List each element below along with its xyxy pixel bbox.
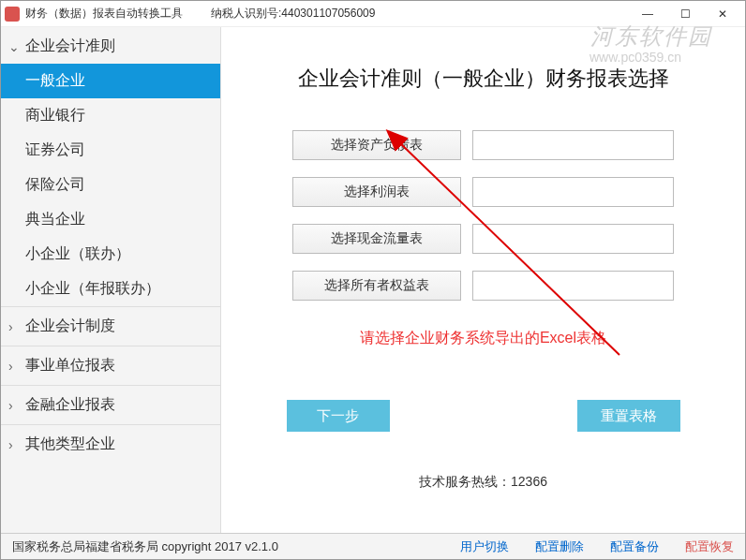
chevron-right-icon: › xyxy=(8,398,25,413)
hint-text: 请选择企业财务系统导出的Excel表格 xyxy=(249,329,717,348)
profit-file-input[interactable] xyxy=(472,177,674,207)
app-title: 财务（数据）报表自动转换工具 xyxy=(25,6,183,22)
sidebar-item-bank[interactable]: 商业银行 xyxy=(1,98,220,133)
sidebar-section-other[interactable]: › 其他类型企业 xyxy=(1,424,220,464)
form-row-cashflow: 选择现金流量表 xyxy=(249,224,717,254)
minimize-button[interactable]: — xyxy=(629,3,666,25)
titlebar: 财务（数据）报表自动转换工具 纳税人识别号:440301107056009 — … xyxy=(1,1,745,27)
page-title: 企业会计准则（一般企业）财务报表选择 xyxy=(249,65,717,93)
select-equity-button[interactable]: 选择所有者权益表 xyxy=(292,271,461,301)
chevron-right-icon: › xyxy=(8,437,25,452)
taxpayer-id: 纳税人识别号:440301107056009 xyxy=(211,6,375,22)
sidebar-section-system[interactable]: › 企业会计制度 xyxy=(1,306,220,346)
sidebar-item-small-annual[interactable]: 小企业（年报联办） xyxy=(1,272,220,306)
balance-file-input[interactable] xyxy=(472,130,674,160)
reset-button[interactable]: 重置表格 xyxy=(577,400,680,432)
sidebar-item-pawn[interactable]: 典当企业 xyxy=(1,202,220,237)
sidebar-section-rules[interactable]: ⌄ 企业会计准则 xyxy=(1,27,220,64)
select-cashflow-button[interactable]: 选择现金流量表 xyxy=(292,224,461,254)
link-user-switch[interactable]: 用户切换 xyxy=(460,538,509,555)
sidebar-section-institution[interactable]: › 事业单位报表 xyxy=(1,346,220,385)
section-label: 企业会计准则 xyxy=(25,37,115,56)
select-profit-button[interactable]: 选择利润表 xyxy=(292,177,461,207)
content-area: 企业会计准则（一般企业）财务报表选择 选择资产负债表 选择利润表 选择现金流量表… xyxy=(221,27,745,533)
sidebar-section-finance[interactable]: › 金融企业报表 xyxy=(1,385,220,424)
cashflow-file-input[interactable] xyxy=(472,224,674,254)
chevron-down-icon: ⌄ xyxy=(8,39,25,54)
close-button[interactable]: ✕ xyxy=(704,3,741,25)
copyright-text: 国家税务总局福建省税务局 copyright 2017 v2.1.0 xyxy=(12,538,278,555)
chevron-right-icon: › xyxy=(8,359,25,374)
select-balance-button[interactable]: 选择资产负债表 xyxy=(292,130,461,160)
sidebar-item-securities[interactable]: 证券公司 xyxy=(1,133,220,168)
sidebar-item-small-joint[interactable]: 小企业（联办） xyxy=(1,237,220,272)
app-icon xyxy=(5,7,20,22)
sidebar-item-insurance[interactable]: 保险公司 xyxy=(1,168,220,202)
next-button[interactable]: 下一步 xyxy=(287,400,390,432)
chevron-right-icon: › xyxy=(8,319,25,334)
section-label: 事业单位报表 xyxy=(25,356,115,376)
section-label: 其他类型企业 xyxy=(25,435,115,454)
maximize-button[interactable]: ☐ xyxy=(666,3,704,25)
link-config-delete[interactable]: 配置删除 xyxy=(535,538,584,555)
form-row-balance: 选择资产负债表 xyxy=(249,130,717,160)
section-label: 企业会计制度 xyxy=(25,317,115,336)
link-config-backup[interactable]: 配置备份 xyxy=(610,538,659,555)
hotline-text: 技术服务热线：12366 xyxy=(249,474,717,491)
link-config-restore[interactable]: 配置恢复 xyxy=(685,538,734,555)
form-row-equity: 选择所有者权益表 xyxy=(249,271,717,301)
equity-file-input[interactable] xyxy=(472,271,674,301)
sidebar-item-general[interactable]: 一般企业 xyxy=(1,64,220,98)
section-label: 金融企业报表 xyxy=(25,395,115,415)
form-row-profit: 选择利润表 xyxy=(249,177,717,207)
footer: 国家税务总局福建省税务局 copyright 2017 v2.1.0 用户切换 … xyxy=(1,533,745,559)
sidebar: ⌄ 企业会计准则 一般企业 商业银行 证券公司 保险公司 典当企业 小企业（联办… xyxy=(1,27,221,533)
